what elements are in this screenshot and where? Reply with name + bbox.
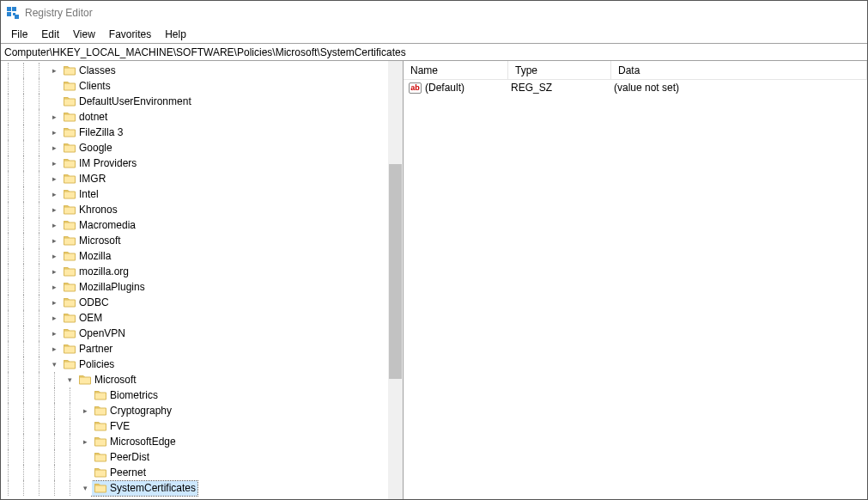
tree-expander-closed-icon[interactable]: ▸ <box>47 171 61 186</box>
tree-expander-closed-icon[interactable]: ▸ <box>47 217 61 233</box>
tree-expander-closed-icon[interactable]: ▸ <box>47 140 61 155</box>
tree-item-labelwrap[interactable]: FVE <box>92 419 131 434</box>
tree-item[interactable]: FVE <box>1 418 388 434</box>
tree-item[interactable]: ▸MozillaPlugins <box>1 279 388 295</box>
tree-item-labelwrap[interactable]: Intel <box>61 187 100 202</box>
menu-view[interactable]: View <box>66 27 102 42</box>
tree-expander-closed-icon[interactable]: ▸ <box>47 109 61 125</box>
tree-scroll[interactable]: ▸ClassesClientsDefaultUserEnvironment▸do… <box>1 61 388 499</box>
tree-item[interactable]: ▸ODBC <box>1 295 388 310</box>
tree-item[interactable]: ▸Partner <box>1 341 388 357</box>
tree-item[interactable]: Peernet <box>1 465 388 480</box>
tree-expander-closed-icon[interactable]: ▸ <box>47 264 61 279</box>
address-bar[interactable]: Computer\HKEY_LOCAL_MACHINE\SOFTWARE\Pol… <box>1 43 867 61</box>
tree-item[interactable]: ▸Microsoft <box>1 233 388 248</box>
tree-item[interactable]: Biometrics <box>1 387 388 403</box>
menu-file[interactable]: File <box>4 27 34 42</box>
tree-item[interactable]: ▸Google <box>1 140 388 155</box>
menu-help[interactable]: Help <box>158 27 193 42</box>
tree-item[interactable]: DefaultUserEnvironment <box>1 94 388 109</box>
tree-expander-closed-icon[interactable]: ▸ <box>47 186 61 202</box>
tree-expander-open-icon[interactable]: ▾ <box>78 480 92 496</box>
tree-item[interactable]: ▸Classes <box>1 63 388 78</box>
tree-item[interactable]: ▸OEM <box>1 310 388 326</box>
tree-item-labelwrap[interactable]: OpenVPN <box>61 326 127 341</box>
tree-item[interactable]: ▸IM Providers <box>1 155 388 171</box>
values-list[interactable]: ab(Default)REG_SZ(value not set) <box>404 80 867 499</box>
tree-item[interactable]: ▸OpenVPN <box>1 326 388 341</box>
folder-icon <box>63 218 76 232</box>
tree-item-labelwrap[interactable]: dotnet <box>61 110 109 125</box>
tree-expander-closed-icon[interactable]: ▸ <box>47 326 61 341</box>
registry-tree[interactable]: ▸ClassesClientsDefaultUserEnvironment▸do… <box>1 61 388 497</box>
tree-item-labelwrap[interactable]: IM Providers <box>61 156 138 171</box>
tree-expander-closed-icon[interactable]: ▸ <box>47 248 61 264</box>
tree-item-labelwrap[interactable]: Policies <box>61 357 116 372</box>
menu-favorites[interactable]: Favorites <box>102 27 158 42</box>
tree-item-labelwrap[interactable]: ODBC <box>61 296 111 310</box>
tree-item-labelwrap[interactable]: OEM <box>61 311 104 326</box>
tree-scrollbar-thumb[interactable] <box>389 164 402 379</box>
tree-expander-closed-icon[interactable]: ▸ <box>47 202 61 217</box>
tree-item-labelwrap[interactable]: Microsoft <box>76 373 138 387</box>
tree-guide <box>1 372 16 387</box>
tree-item[interactable]: ▸Khronos <box>1 202 388 217</box>
tree-item-labelwrap[interactable]: Microsoft <box>61 234 123 248</box>
tree-item-labelwrap[interactable]: IMGR <box>61 172 107 186</box>
tree-item-labelwrap[interactable]: Clients <box>61 79 112 94</box>
tree-item-labelwrap[interactable]: Peernet <box>92 466 148 480</box>
tree-scrollbar[interactable] <box>388 61 403 499</box>
tree-expander-closed-icon[interactable]: ▸ <box>78 434 92 449</box>
tree-item-labelwrap[interactable]: DefaultUserEnvironment <box>61 95 193 109</box>
tree-item-labelwrap[interactable]: FileZilla 3 <box>61 125 124 140</box>
tree-item-labelwrap[interactable]: Mozilla <box>61 249 112 264</box>
folder-icon <box>63 95 76 108</box>
column-header-type[interactable]: Type <box>508 61 611 79</box>
tree-expander-closed-icon[interactable]: ▸ <box>47 341 61 357</box>
tree-expander-closed-icon[interactable]: ▸ <box>47 279 61 295</box>
tree-item-labelwrap[interactable]: Khronos <box>61 203 119 217</box>
tree-item[interactable]: PeerDist <box>1 449 388 465</box>
tree-expander-closed-icon[interactable]: ▸ <box>47 63 61 78</box>
menu-edit[interactable]: Edit <box>34 27 66 42</box>
tree-expander-closed-icon[interactable]: ▸ <box>78 403 92 418</box>
tree-item[interactable]: ▸Intel <box>1 186 388 202</box>
address-bar-text[interactable]: Computer\HKEY_LOCAL_MACHINE\SOFTWARE\Pol… <box>4 44 864 60</box>
tree-item-labelwrap[interactable]: Partner <box>61 342 114 357</box>
tree-expander-closed-icon[interactable]: ▸ <box>47 233 61 248</box>
tree-item[interactable]: ▸mozilla.org <box>1 264 388 279</box>
tree-expander-open-icon[interactable]: ▾ <box>47 357 61 372</box>
tree-item-labelwrap[interactable]: Cryptography <box>92 404 173 418</box>
tree-item-labelwrap[interactable]: Google <box>61 141 114 155</box>
tree-item-labelwrap[interactable]: SystemCertificates <box>92 481 197 496</box>
tree-item-labelwrap[interactable]: PeerDist <box>92 450 151 465</box>
tree-item[interactable]: ▸IMGR <box>1 171 388 186</box>
tree-item-labelwrap[interactable]: Macromedia <box>61 218 137 233</box>
tree-item-labelwrap[interactable]: MicrosoftEdge <box>92 435 178 449</box>
tree-expander-closed-icon[interactable]: ▸ <box>47 155 61 171</box>
tree-item[interactable]: ▸Mozilla <box>1 248 388 264</box>
tree-expander-open-icon[interactable]: ▾ <box>63 372 76 387</box>
tree-item-labelwrap[interactable]: Biometrics <box>92 388 160 403</box>
tree-item[interactable]: ▸FileZilla 3 <box>1 125 388 140</box>
tree-item[interactable]: ▸dotnet <box>1 109 388 125</box>
tree-item[interactable]: ▾Policies <box>1 357 388 372</box>
tree-item-labelwrap[interactable]: MozillaPlugins <box>61 280 147 295</box>
tree-item-labelwrap[interactable]: mozilla.org <box>61 265 131 279</box>
tree-guide <box>1 125 16 140</box>
tree-guide <box>32 372 47 387</box>
tree-expander-closed-icon[interactable]: ▸ <box>47 295 61 310</box>
column-header-data[interactable]: Data <box>611 61 867 79</box>
tree-item[interactable]: ▾SystemCertificates <box>1 480 388 496</box>
column-header-name[interactable]: Name <box>404 61 508 79</box>
tree-guide <box>16 171 32 186</box>
tree-item[interactable]: ▸MicrosoftEdge <box>1 434 388 449</box>
tree-expander-closed-icon[interactable]: ▸ <box>47 125 61 140</box>
tree-item-labelwrap[interactable]: Classes <box>61 64 118 78</box>
tree-expander-closed-icon[interactable]: ▸ <box>47 310 61 326</box>
tree-item[interactable]: ▾Microsoft <box>1 372 388 387</box>
tree-item[interactable]: Clients <box>1 78 388 94</box>
tree-item[interactable]: ▸Macromedia <box>1 217 388 233</box>
value-row[interactable]: ab(Default)REG_SZ(value not set) <box>404 80 867 95</box>
tree-item[interactable]: ▸Cryptography <box>1 403 388 418</box>
